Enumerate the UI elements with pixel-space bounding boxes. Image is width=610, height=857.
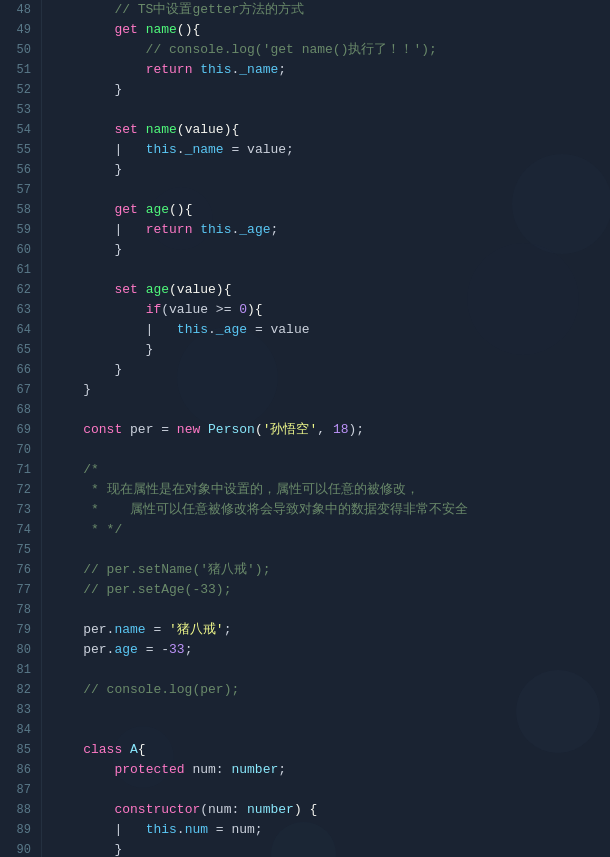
token: |: [52, 142, 146, 157]
token: if: [146, 302, 162, 317]
line-number: 61: [0, 260, 31, 280]
token: [52, 422, 83, 437]
code-line: // console.log(per);: [52, 680, 610, 700]
token: }: [52, 842, 122, 857]
line-number: 62: [0, 280, 31, 300]
line-number: 53: [0, 100, 31, 120]
line-number: 67: [0, 380, 31, 400]
line-number: 85: [0, 740, 31, 760]
token: }: [52, 342, 153, 357]
code-line: | this._name = value;: [52, 140, 610, 160]
line-number: 68: [0, 400, 31, 420]
line-number: 65: [0, 340, 31, 360]
line-number: 77: [0, 580, 31, 600]
line-number: 73: [0, 500, 31, 520]
line-number: 90: [0, 840, 31, 857]
token: this: [200, 62, 231, 77]
code-line: * 现在属性是在对象中设置的，属性可以任意的被修改，: [52, 480, 610, 500]
code-line: [52, 400, 610, 420]
line-number: 64: [0, 320, 31, 340]
token: * 现在属性是在对象中设置的，属性可以任意的被修改，: [52, 482, 419, 497]
token: per =: [122, 422, 177, 437]
line-number: 48: [0, 0, 31, 20]
code-line: }: [52, 160, 610, 180]
code-line: | return this._age;: [52, 220, 610, 240]
token: (){: [177, 22, 200, 37]
token: |: [52, 222, 146, 237]
code-content: // TS中设置getter方法的方式 get name(){ // conso…: [42, 0, 610, 857]
token: ;: [224, 622, 232, 637]
token: '孙悟空': [263, 422, 318, 437]
code-line: protected num: number;: [52, 760, 610, 780]
token: [122, 742, 130, 757]
token: [52, 22, 114, 37]
line-number: 75: [0, 540, 31, 560]
code-line: return this._name;: [52, 60, 610, 80]
token: 18: [333, 422, 349, 437]
line-number: 88: [0, 800, 31, 820]
code-line: if(value >= 0){: [52, 300, 610, 320]
code-line: [52, 700, 610, 720]
token: = value: [247, 322, 309, 337]
token: const: [83, 422, 122, 437]
code-line: | this.num = num;: [52, 820, 610, 840]
token: age: [114, 642, 137, 657]
token: num: [185, 822, 208, 837]
token: number: [231, 762, 278, 777]
token: {: [138, 742, 146, 757]
code-line: [52, 540, 610, 560]
line-number: 66: [0, 360, 31, 380]
token: // console.log(per);: [52, 682, 239, 697]
token: ;: [185, 642, 193, 657]
code-line: | this._age = value: [52, 320, 610, 340]
line-number: 56: [0, 160, 31, 180]
line-number: 72: [0, 480, 31, 500]
line-numbers: 4849505152535455565758596061626364656667…: [0, 0, 42, 857]
token: [52, 802, 114, 817]
code-line: // console.log('get name()执行了！！');: [52, 40, 610, 60]
token: [52, 62, 146, 77]
token: get: [114, 202, 137, 217]
line-number: 55: [0, 140, 31, 160]
line-number: 52: [0, 80, 31, 100]
line-number: 71: [0, 460, 31, 480]
token: |: [52, 322, 177, 337]
line-number: 76: [0, 560, 31, 580]
token: = num;: [208, 822, 263, 837]
line-number: 57: [0, 180, 31, 200]
token: // per.setAge(-33);: [52, 582, 231, 597]
token: [200, 422, 208, 437]
token: this: [177, 322, 208, 337]
token: _name: [185, 142, 224, 157]
token: this: [146, 142, 177, 157]
token: A: [130, 742, 138, 757]
token: .: [208, 322, 216, 337]
token: );: [421, 42, 437, 57]
token: }: [52, 382, 91, 397]
line-number: 58: [0, 200, 31, 220]
token: (: [255, 422, 263, 437]
token: age: [146, 282, 169, 297]
token: [52, 122, 114, 137]
code-line: [52, 600, 610, 620]
line-number: 69: [0, 420, 31, 440]
token: name: [146, 22, 177, 37]
token: num:: [185, 762, 232, 777]
token: (value){: [169, 282, 231, 297]
token: =: [146, 622, 169, 637]
token: ){: [247, 302, 263, 317]
line-number: 87: [0, 780, 31, 800]
code-line: get name(){: [52, 20, 610, 40]
token: [52, 762, 114, 777]
token: this: [146, 822, 177, 837]
line-number: 60: [0, 240, 31, 260]
token: // console.log(: [52, 42, 263, 57]
token: this: [200, 222, 231, 237]
code-line: /*: [52, 460, 610, 480]
line-number: 80: [0, 640, 31, 660]
line-number: 70: [0, 440, 31, 460]
token: ;: [278, 762, 286, 777]
token: );: [255, 562, 271, 577]
token: 'get name()执行了！！': [263, 42, 422, 57]
token: Person: [208, 422, 255, 437]
